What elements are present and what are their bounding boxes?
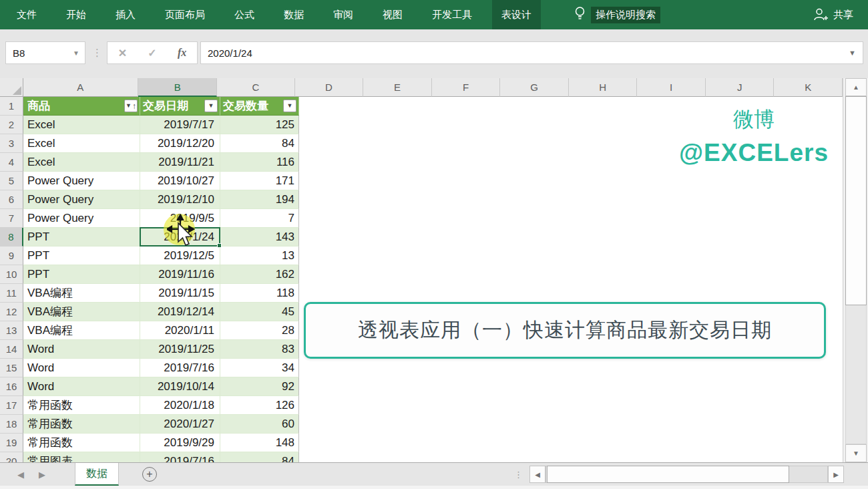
cell-product[interactable]: Excel bbox=[23, 116, 140, 134]
cell-product[interactable]: Word bbox=[23, 340, 140, 359]
cell-product[interactable]: Power Query bbox=[23, 190, 140, 209]
cell-product[interactable]: 常用图表 bbox=[23, 452, 140, 462]
row-number[interactable]: 14 bbox=[0, 340, 23, 359]
tab-review[interactable]: 审阅 bbox=[333, 0, 353, 29]
cell-qty[interactable]: 84 bbox=[220, 134, 299, 153]
row-number[interactable]: 17 bbox=[0, 396, 23, 415]
name-box-dropdown-icon[interactable]: ▼ bbox=[73, 49, 79, 57]
cell-qty[interactable]: 118 bbox=[220, 284, 299, 303]
add-sheet-button[interactable]: + bbox=[142, 467, 157, 482]
cell-date[interactable]: 2019/9/5 bbox=[140, 209, 220, 228]
cell-date[interactable]: 2019/12/20 bbox=[140, 134, 220, 153]
cell-qty[interactable]: 171 bbox=[220, 172, 299, 190]
cell-qty[interactable]: 13 bbox=[220, 247, 299, 265]
row-number[interactable]: 19 bbox=[0, 434, 23, 452]
tell-me-search[interactable]: 操作说明搜索 bbox=[574, 6, 660, 23]
sheet-nav-left-icon[interactable]: ◀ bbox=[17, 463, 24, 486]
column-header-C[interactable]: C bbox=[217, 78, 294, 97]
formula-bar-expand-icon[interactable]: ▼ bbox=[849, 49, 856, 57]
cell-date[interactable]: 2019/7/16 bbox=[140, 452, 220, 462]
cell-product[interactable]: VBA编程 bbox=[23, 303, 140, 321]
cancel-button[interactable]: ✕ bbox=[118, 47, 127, 59]
filter-dropdown-icon[interactable]: ▼ bbox=[204, 100, 218, 112]
tab-formulas[interactable]: 公式 bbox=[234, 0, 254, 29]
row-number[interactable]: 6 bbox=[0, 190, 23, 209]
cell-product[interactable]: Word bbox=[23, 377, 140, 396]
cell-qty[interactable]: 126 bbox=[220, 396, 299, 415]
cell-date[interactable]: 2019/11/15 bbox=[140, 284, 220, 303]
column-header-D[interactable]: D bbox=[295, 78, 364, 97]
header-cell-qty[interactable]: 交易数量 ▼ bbox=[220, 97, 299, 116]
formula-bar-resize-handle[interactable]: ⋮ bbox=[92, 41, 102, 64]
column-header-K[interactable]: K bbox=[774, 78, 843, 97]
tab-developer[interactable]: 开发工具 bbox=[432, 0, 472, 29]
cell-qty[interactable]: 116 bbox=[220, 153, 299, 172]
row-number[interactable]: 8 bbox=[0, 228, 23, 247]
tab-data[interactable]: 数据 bbox=[284, 0, 304, 29]
filter-sort-asc-icon[interactable]: ▼↑ bbox=[124, 100, 138, 112]
scroll-right-icon[interactable]: ▶ bbox=[828, 466, 844, 483]
cell-product[interactable]: Excel bbox=[23, 153, 140, 172]
cell-date[interactable]: 2019/12/14 bbox=[140, 303, 220, 321]
scroll-left-icon[interactable]: ◀ bbox=[529, 466, 546, 483]
cell-qty[interactable]: 28 bbox=[220, 321, 299, 340]
share-button[interactable]: 共享 bbox=[813, 7, 868, 23]
cell-date[interactable]: 2020/1/24 bbox=[140, 228, 220, 247]
tab-page-layout[interactable]: 页面布局 bbox=[165, 0, 205, 29]
cell-qty[interactable]: 162 bbox=[220, 265, 299, 284]
header-cell-product[interactable]: 商品 ▼↑ bbox=[23, 97, 140, 116]
insert-function-button[interactable]: fx bbox=[178, 47, 186, 59]
cell-product[interactable]: VBA编程 bbox=[23, 321, 140, 340]
vertical-scrollbar-thumb[interactable] bbox=[845, 96, 867, 305]
cell-qty[interactable]: 84 bbox=[220, 452, 299, 462]
row-number[interactable]: 18 bbox=[0, 415, 23, 434]
select-all-corner[interactable] bbox=[0, 78, 23, 97]
column-header-B[interactable]: B bbox=[138, 78, 217, 97]
cell-product[interactable]: PPT bbox=[23, 247, 140, 265]
tab-insert[interactable]: 插入 bbox=[116, 0, 136, 29]
row-number[interactable]: 16 bbox=[0, 377, 23, 396]
column-header-F[interactable]: F bbox=[432, 78, 501, 97]
row-number[interactable]: 2 bbox=[0, 116, 23, 134]
cell-date[interactable]: 2019/12/10 bbox=[140, 190, 220, 209]
cell-qty[interactable]: 148 bbox=[220, 434, 299, 452]
cell-date[interactable]: 2019/7/16 bbox=[140, 359, 220, 377]
sheet-tab-data[interactable]: 数据 bbox=[75, 463, 119, 486]
cell-qty[interactable]: 34 bbox=[220, 359, 299, 377]
column-header-G[interactable]: G bbox=[500, 78, 569, 97]
sheet-nav-right-icon[interactable]: ▶ bbox=[39, 463, 45, 486]
cell-date[interactable]: 2019/11/16 bbox=[140, 265, 220, 284]
cell-product[interactable]: VBA编程 bbox=[23, 284, 140, 303]
vertical-scrollbar[interactable]: ▲ ▼ bbox=[843, 78, 868, 462]
horizontal-scrollbar-thumb[interactable] bbox=[547, 466, 789, 483]
cell-qty[interactable]: 45 bbox=[220, 303, 299, 321]
tab-home[interactable]: 开始 bbox=[66, 0, 86, 29]
column-header-E[interactable]: E bbox=[363, 78, 432, 97]
fill-handle[interactable] bbox=[217, 243, 222, 248]
column-header-J[interactable]: J bbox=[706, 78, 775, 97]
enter-button[interactable]: ✓ bbox=[148, 47, 156, 59]
cell-product[interactable]: PPT bbox=[23, 228, 140, 247]
column-header-I[interactable]: I bbox=[637, 78, 706, 97]
cell-product[interactable]: Excel bbox=[23, 134, 140, 153]
header-cell-date[interactable]: 交易日期 ▼ bbox=[140, 97, 220, 116]
row-number[interactable]: 11 bbox=[0, 284, 23, 303]
filter-dropdown-icon[interactable]: ▼ bbox=[283, 100, 296, 112]
cell-product[interactable]: PPT bbox=[23, 265, 140, 284]
cell-date[interactable]: 2019/12/5 bbox=[140, 247, 220, 265]
cell-qty[interactable]: 143 bbox=[220, 228, 299, 247]
column-header-H[interactable]: H bbox=[569, 78, 638, 97]
cell-product[interactable]: 常用函数 bbox=[23, 415, 140, 434]
cell-qty[interactable]: 60 bbox=[220, 415, 299, 434]
column-header-A[interactable]: A bbox=[23, 78, 139, 97]
cell-date[interactable]: 2019/11/21 bbox=[140, 153, 220, 172]
cell-product[interactable]: 常用函数 bbox=[23, 396, 140, 415]
row-number[interactable]: 1 bbox=[0, 97, 23, 116]
cell-product[interactable]: Power Query bbox=[23, 209, 140, 228]
row-number[interactable]: 4 bbox=[0, 153, 23, 172]
tab-table-design[interactable]: 表设计 bbox=[492, 0, 541, 29]
cell-date[interactable]: 2019/9/29 bbox=[140, 434, 220, 452]
row-number[interactable]: 15 bbox=[0, 359, 23, 377]
scrollbar-resize-handle[interactable]: ⋮ bbox=[514, 463, 523, 486]
name-box[interactable]: B8 ▼ bbox=[5, 41, 85, 64]
